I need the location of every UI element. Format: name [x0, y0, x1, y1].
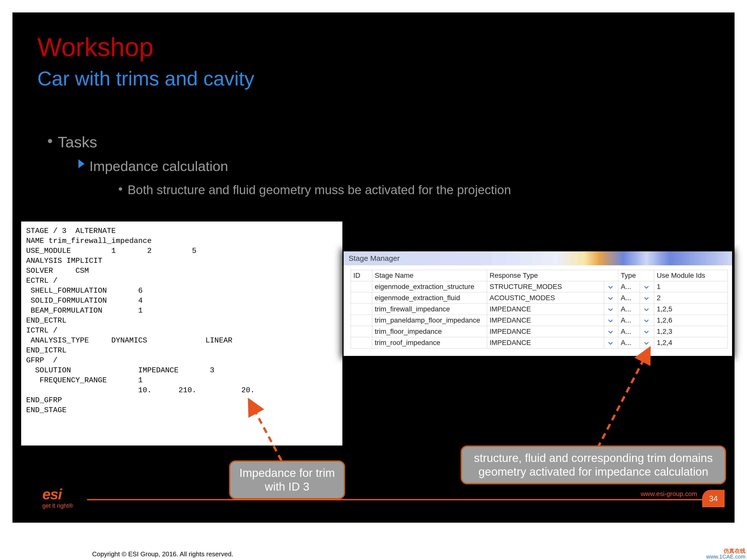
callout-text: structure, fluid and corresponding trim …: [469, 451, 718, 479]
cell-stage-name: trim_roof_impedance: [372, 337, 487, 348]
bullet-dot-icon: •: [118, 182, 123, 196]
type-dropdown[interactable]: [640, 326, 654, 337]
response-type-dropdown[interactable]: [604, 304, 618, 315]
cell-id: [351, 281, 372, 292]
col-use-module-ids: Use Module Ids: [654, 270, 727, 281]
col-id: ID: [351, 270, 372, 281]
cell-stage-name: trim_paneldamp_floor_impedance: [372, 315, 487, 326]
slide-subtitle: Car with trims and cavity: [37, 67, 254, 90]
cell-id: [351, 315, 372, 326]
bullet-dot-icon: •: [47, 132, 53, 149]
chevron-down-icon: [642, 306, 650, 313]
cell-module-ids: 1,2,3: [654, 326, 727, 337]
cell-module-ids: 1,2,5: [654, 304, 727, 315]
table-row[interactable]: trim_roof_impedance IMPEDANCE A... 1,2,4: [351, 337, 727, 348]
cell-type: A...: [618, 326, 640, 337]
stage-manager-body: ID Stage Name Response Type Type Use Mod…: [344, 265, 732, 356]
slide-title: Workshop: [37, 32, 153, 62]
chevron-down-icon: [607, 295, 615, 302]
table-row[interactable]: trim_paneldamp_floor_impedance IMPEDANCE…: [351, 315, 727, 326]
callout-arrow-icon: [590, 344, 655, 451]
callout-box: structure, fluid and corresponding trim …: [461, 446, 726, 484]
chevron-down-icon: [642, 328, 650, 336]
cell-type: A...: [618, 281, 640, 292]
cell-response-type: IMPEDANCE: [487, 326, 604, 337]
cell-id: [351, 337, 372, 348]
col-response-type: Response Type: [487, 270, 618, 281]
cell-module-ids: 1: [654, 281, 727, 292]
type-dropdown[interactable]: [640, 281, 654, 292]
cell-stage-name: eigenmode_extraction_fluid: [372, 292, 487, 304]
cell-response-type: STRUCTURE_MODES: [487, 281, 604, 292]
stage-manager-table: ID Stage Name Response Type Type Use Mod…: [351, 270, 727, 348]
copyright-text: Copyright © ESI Group, 2016. All rights …: [92, 550, 233, 558]
cell-id: [351, 292, 372, 304]
cell-type: A...: [618, 304, 640, 315]
watermark-url: www.1CAE.com: [706, 554, 746, 560]
cell-module-ids: 1,2,4: [654, 337, 727, 348]
page-number: 34: [709, 494, 718, 503]
cell-type: A...: [618, 315, 640, 326]
table-header-row: ID Stage Name Response Type Type Use Mod…: [351, 270, 727, 281]
svg-line-3: [598, 350, 649, 448]
response-type-dropdown[interactable]: [604, 281, 618, 292]
logo-tagline: get it right®: [42, 502, 73, 509]
table-row[interactable]: eigenmode_extraction_fluid ACOUSTIC_MODE…: [351, 292, 727, 304]
response-type-dropdown[interactable]: [604, 326, 618, 337]
callout-arrow-icon: [244, 396, 286, 463]
slide: Workshop Car with trims and cavity •Task…: [12, 12, 735, 523]
bullet-level-3: •Both structure and fluid geometry muss …: [118, 182, 511, 197]
col-stage-name: Stage Name: [372, 270, 487, 281]
svg-line-1: [250, 402, 281, 460]
cell-module-ids: 1,2,6: [654, 315, 727, 326]
bullet-text: Both structure and fluid geometry muss b…: [128, 183, 511, 197]
code-listing: STAGE / 3 ALTERNATE NAME trim_firewall_i…: [21, 221, 342, 446]
watermark-cn: 仿真在线: [706, 548, 746, 554]
page-number-tab: 34: [702, 490, 725, 507]
cell-response-type: IMPEDANCE: [487, 337, 604, 348]
bullet-level-1: •Tasks: [47, 132, 97, 151]
bullet-level-2: Impedance calculation: [78, 157, 228, 174]
bullet-text: Tasks: [58, 133, 97, 151]
cell-stage-name: trim_floor_impedance: [372, 326, 487, 337]
cell-response-type: IMPEDANCE: [487, 315, 604, 326]
cell-id: [351, 304, 372, 315]
response-type-dropdown[interactable]: [604, 315, 618, 326]
chevron-down-icon: [642, 284, 650, 291]
watermark: 仿真在线 www.1CAE.com: [706, 548, 746, 560]
bullet-text: Impedance calculation: [89, 158, 228, 174]
logo-text: esi: [42, 486, 61, 503]
type-dropdown[interactable]: [640, 292, 654, 304]
table-row[interactable]: trim_firewall_impedance IMPEDANCE A... 1…: [351, 304, 727, 315]
stage-manager-window: Stage Manager ID Stage Name Response Typ…: [344, 251, 732, 356]
chevron-down-icon: [642, 295, 650, 302]
cell-response-type: IMPEDANCE: [487, 304, 604, 315]
table-row[interactable]: trim_floor_impedance IMPEDANCE A... 1,2,…: [351, 326, 727, 337]
chevron-down-icon: [607, 306, 615, 313]
esi-logo: esi get it right®: [42, 486, 61, 503]
footer-url: www.esi-group.com: [641, 490, 697, 498]
chevron-down-icon: [607, 284, 615, 291]
stage-manager-titlebar: Stage Manager: [344, 251, 732, 265]
chevron-right-icon: [78, 159, 84, 168]
table-row[interactable]: eigenmode_extraction_structure STRUCTURE…: [351, 281, 727, 292]
cell-response-type: ACOUSTIC_MODES: [487, 292, 604, 304]
col-type: Type: [618, 270, 654, 281]
cell-type: A...: [618, 292, 640, 304]
cell-module-ids: 2: [654, 292, 727, 304]
callout-text: Impedance for trim with ID 3: [237, 466, 337, 494]
stage-manager-title: Stage Manager: [349, 254, 400, 263]
type-dropdown[interactable]: [640, 315, 654, 326]
type-dropdown[interactable]: [640, 304, 654, 315]
chevron-down-icon: [607, 328, 615, 336]
callout-box: Impedance for trim with ID 3: [229, 460, 345, 499]
cell-id: [351, 326, 372, 337]
chevron-down-icon: [607, 317, 615, 324]
chevron-down-icon: [642, 317, 650, 324]
response-type-dropdown[interactable]: [604, 292, 618, 304]
footer-line: [87, 499, 702, 500]
cell-stage-name: eigenmode_extraction_structure: [372, 281, 487, 292]
cell-stage-name: trim_firewall_impedance: [372, 304, 487, 315]
